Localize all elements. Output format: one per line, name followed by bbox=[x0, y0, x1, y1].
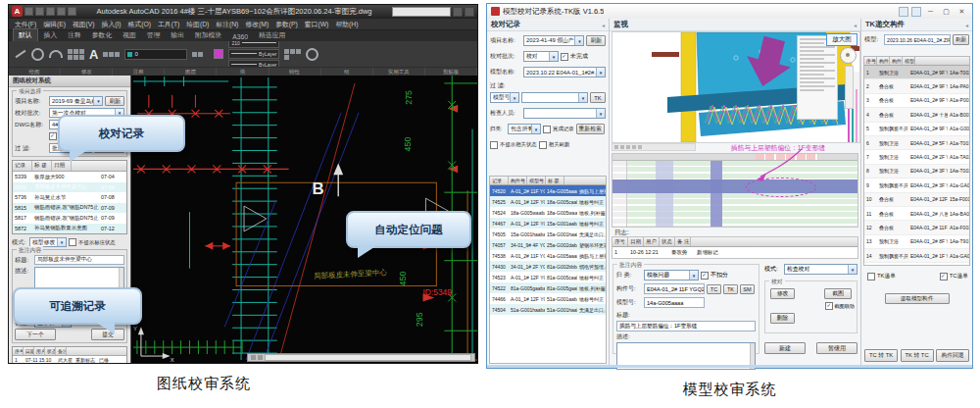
menu-item[interactable]: 窗口(W) bbox=[305, 20, 329, 29]
menu-item[interactable]: 修改(M) bbox=[245, 20, 269, 29]
opt2-checkbox[interactable] bbox=[539, 141, 547, 149]
line-tool-icon[interactable] bbox=[16, 50, 26, 59]
ribbon-tab[interactable]: A360 bbox=[227, 32, 253, 41]
menu-item[interactable]: 绘图(D) bbox=[186, 20, 209, 29]
code-value-combo[interactable] bbox=[521, 92, 588, 103]
menu-item[interactable]: 帮助(H) bbox=[335, 20, 358, 29]
pin-icon[interactable]: ◂ bbox=[965, 22, 968, 28]
submit-row[interactable]: 6预制卫浴 E04A-01_2# 5F Y..A1a-T001 bbox=[864, 136, 969, 150]
m-batch-combo[interactable]: 校对 bbox=[523, 51, 559, 62]
model-record-row[interactable]: 7443034-01_1# 2F YGC 81a-G002bbbda弱电管预埋,… bbox=[490, 261, 606, 272]
record-row[interactable]: 5736补马凳止水节07-08 bbox=[13, 192, 126, 203]
menu-item[interactable]: 编辑(E) bbox=[43, 20, 66, 29]
record-row[interactable]: 5339板厚放大90007-04 bbox=[13, 172, 126, 182]
project-combo[interactable]: 2019-69 秦皇岛戴河某项目 bbox=[49, 96, 103, 106]
model-record-row[interactable]: 74523A-01_1# 12F YGC 81a-G005caaba墙标号纠正 bbox=[490, 272, 606, 282]
maximize-button[interactable]: ▢ bbox=[940, 6, 953, 17]
viewport-toolbar[interactable] bbox=[845, 66, 854, 109]
m-model-combo[interactable]: 2023.10.22 E04A-01_1#2#.ZIP bbox=[523, 67, 606, 77]
link-checkbox[interactable] bbox=[825, 302, 833, 310]
qat-redo-icon[interactable] bbox=[68, 7, 76, 16]
ribbon-tab[interactable]: 输出 bbox=[166, 29, 189, 41]
opt1-checkbox[interactable] bbox=[490, 141, 498, 149]
hold-button[interactable]: 暂缓用 bbox=[816, 342, 858, 354]
tc-button[interactable]: TC bbox=[707, 284, 721, 294]
m-done-checkbox[interactable] bbox=[543, 126, 551, 133]
submit-row[interactable]: 4叠合板 E04A-01_2# 十层..A1a-B003 bbox=[864, 108, 969, 122]
new-button[interactable]: 新建 bbox=[764, 342, 806, 354]
s-refresh-button[interactable]: 刷新 bbox=[953, 34, 969, 45]
annotate-tools-icon[interactable] bbox=[103, 52, 120, 57]
help-icon[interactable] bbox=[465, 7, 474, 17]
m-class-combo[interactable]: 包含所有 bbox=[508, 124, 541, 134]
menu-item[interactable]: 工具(T) bbox=[158, 20, 179, 29]
ribbon-tab[interactable]: 注释 bbox=[63, 29, 86, 41]
submit-row[interactable]: 7预制卫浴 E04A-01_2# 2F Y..A1a-TA03 bbox=[864, 150, 969, 164]
tk-button[interactable]: TK bbox=[723, 284, 738, 294]
model-record-row[interactable]: 74538A-01_2# 11F YGC 41a-G005aaans插筋与上层塑… bbox=[490, 250, 606, 261]
tk-to-tc-button[interactable]: TK 转 TC bbox=[901, 349, 934, 362]
model-record-row[interactable]: 7452281a-G005gaaba 81a-G005gaaba墙板,列补偏置约… bbox=[490, 282, 606, 293]
model-record-row[interactable]: 74520A-01_2# 11F YGC 14a-G005aaans插筋与上层塑… bbox=[490, 185, 606, 196]
record-row[interactable]: 5817钢筋画错误,改"钢筋DN75止水钢"07-09 bbox=[13, 213, 126, 224]
submit-row[interactable]: 8预制卫浴 E04A-01_2# 3F Y..1Aa-T003 bbox=[864, 165, 969, 178]
properties-mini-panel[interactable] bbox=[797, 35, 838, 120]
submit-row[interactable]: 1预制卫浴 E04A-01_2# 9F Y..1Aa-T002 bbox=[864, 66, 969, 79]
tc-submit-checkbox[interactable] bbox=[940, 273, 948, 280]
refresh-button[interactable]: 刷新 bbox=[105, 96, 124, 106]
properties-combos[interactable]: 210 ByLayer ByLayer bbox=[228, 41, 279, 67]
n-model-field[interactable]: 14a-G005aaaa bbox=[644, 297, 705, 308]
re-search-button[interactable]: 重新检索 bbox=[576, 124, 605, 134]
note-title-field[interactable]: 局部板皮未伸至梁中心 bbox=[34, 255, 124, 265]
submit-row[interactable]: 2叠合板 E04A-01_2# 9F Y..1Aa-PA01 bbox=[864, 79, 969, 93]
color-swatch-icon[interactable] bbox=[214, 49, 223, 59]
ribbon-tab[interactable]: 管理 bbox=[142, 29, 166, 41]
utility-tools-icon[interactable] bbox=[284, 49, 301, 60]
submit-row[interactable]: 15叠合板 E04A-01_2# 九层..A1a-B005 bbox=[864, 263, 969, 266]
minimize-button[interactable]: ─ bbox=[924, 6, 937, 17]
ribbon-tab[interactable]: 精选应用 bbox=[254, 29, 290, 41]
ribbon-tab[interactable]: 插入 bbox=[39, 29, 63, 41]
measure-tool-icon[interactable] bbox=[306, 48, 318, 61]
n-class-combo[interactable]: 模板问题 bbox=[644, 270, 699, 280]
signin-icon[interactable] bbox=[453, 7, 463, 17]
model-record-row[interactable]: 7450451a-G001haaba 51a-G001haaba无满足出口,全墙 bbox=[490, 304, 606, 315]
unfinished-checkbox[interactable] bbox=[561, 53, 568, 61]
submit-row[interactable]: 3叠合板 E04A-01_2# 9F Y..A1a-P003 bbox=[864, 94, 969, 108]
submit-row[interactable]: 13预制卫浴 E04A-01_2# 8F Y..1Aa-T901 bbox=[864, 235, 969, 249]
command-line[interactable] bbox=[247, 353, 475, 362]
record-row[interactable]: 5340局部板皮未伸至梁中心07-04 bbox=[13, 182, 126, 193]
n-title-field[interactable]: 插筋与上层塑筋偏位：1F变形缝 bbox=[616, 321, 756, 332]
history-row[interactable]: 107-11 15:10 武大星重新标志 已修 bbox=[13, 356, 126, 363]
model-record-row[interactable]: 7452418a-G005waaba 18a-G005waaba墙板,列补偏置约… bbox=[490, 207, 606, 218]
menu-item[interactable]: 文件(F) bbox=[15, 20, 36, 29]
submit-row[interactable]: 9预制飘窗不开洞 E04A-01_2# 3F Y..A1a-GA03 bbox=[864, 178, 969, 192]
next-button[interactable]: 下一个 bbox=[15, 329, 56, 340]
pin-icon[interactable]: ◂ bbox=[854, 22, 857, 28]
model-record-row[interactable]: 7450515a-G001haaba 15a-G001haaba无满足出口,全墙 bbox=[490, 229, 606, 239]
qat-new-icon[interactable] bbox=[24, 7, 33, 16]
qat-open-icon[interactable] bbox=[35, 7, 44, 16]
model-record-row[interactable]: 74466A-01_1# 12F YGC 51a-G001aaba墙标号纠正 bbox=[490, 293, 606, 304]
pin-icon[interactable]: ◂ bbox=[602, 22, 605, 28]
arc-tool-icon[interactable] bbox=[49, 50, 63, 58]
theme-icon[interactable] bbox=[899, 7, 908, 17]
submit-row[interactable]: 11叠合板 E04A-01_2# 八层..1Aa-BA02 bbox=[864, 207, 969, 221]
delete-button[interactable]: 删除 bbox=[770, 313, 795, 324]
nav-wheel-icon[interactable] bbox=[840, 47, 857, 64]
model-record-row[interactable]: 7405734-01_9# 4F YGC 25a-G002dabaa塑钢吊环更改… bbox=[490, 239, 606, 250]
close-button[interactable]: ✕ bbox=[956, 6, 968, 17]
model-record-row[interactable]: 74467A-01_1# 12F YGC 15a-G001aaba墙标号纠正 bbox=[490, 218, 606, 229]
model-viewport[interactable]: 放大图 bbox=[612, 31, 860, 143]
done-checkbox[interactable] bbox=[49, 132, 57, 140]
block-tools-icon[interactable] bbox=[192, 52, 209, 57]
modify-button[interactable]: 修改 bbox=[770, 288, 795, 299]
menu-item[interactable]: 插入(I) bbox=[102, 20, 122, 29]
snapshot-button[interactable]: 截图 bbox=[824, 288, 852, 299]
submit-row[interactable]: 12叠合板 E04A-01_2# 11F ..A1a-F003 bbox=[864, 221, 969, 234]
mode-checkbox[interactable] bbox=[69, 238, 76, 246]
record-row[interactable]: 5872补马凳钢筋数量示意图07-12 bbox=[13, 224, 126, 234]
settings-icon[interactable] bbox=[911, 7, 921, 17]
infocenter-search-input[interactable] bbox=[392, 7, 451, 17]
noscore-checkbox[interactable] bbox=[701, 272, 709, 280]
